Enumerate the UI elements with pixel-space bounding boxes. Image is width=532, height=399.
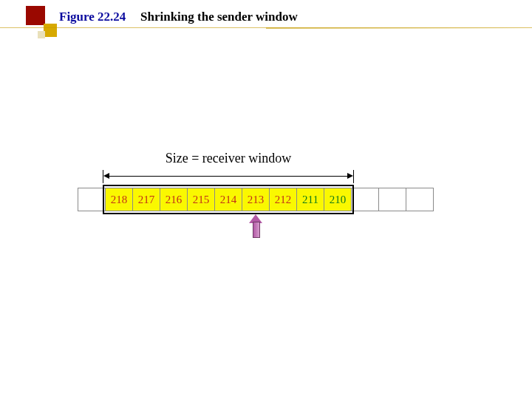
header-divider-fade (266, 27, 532, 29)
byte-cell (378, 188, 406, 211)
window-size-label: Size = receiver window (103, 151, 354, 166)
byte-cell (78, 188, 106, 211)
byte-cell: 218 (105, 188, 133, 211)
byte-cell: 214 (214, 188, 242, 211)
window-size-bracket (103, 170, 354, 183)
sender-window-diagram: Size = receiver window 21821721621521421… (0, 155, 532, 266)
corner-logo (26, 6, 57, 37)
byte-cell (351, 188, 379, 211)
byte-strip: 218217216215214213212211210 (78, 188, 434, 211)
byte-cell: 213 (242, 188, 270, 211)
byte-cell: 215 (187, 188, 215, 211)
byte-cell: 211 (296, 188, 324, 211)
slide-header: Figure 22.24 Shrinking the sender window (0, 0, 532, 37)
figure-caption: Shrinking the sender window (140, 10, 298, 24)
next-byte-pointer (250, 214, 262, 238)
figure-number: Figure 22.24 (59, 10, 126, 24)
byte-cell: 217 (132, 188, 160, 211)
byte-cell (406, 188, 434, 211)
byte-cell: 212 (269, 188, 297, 211)
byte-cell: 210 (324, 188, 352, 211)
byte-cell: 216 (160, 188, 188, 211)
